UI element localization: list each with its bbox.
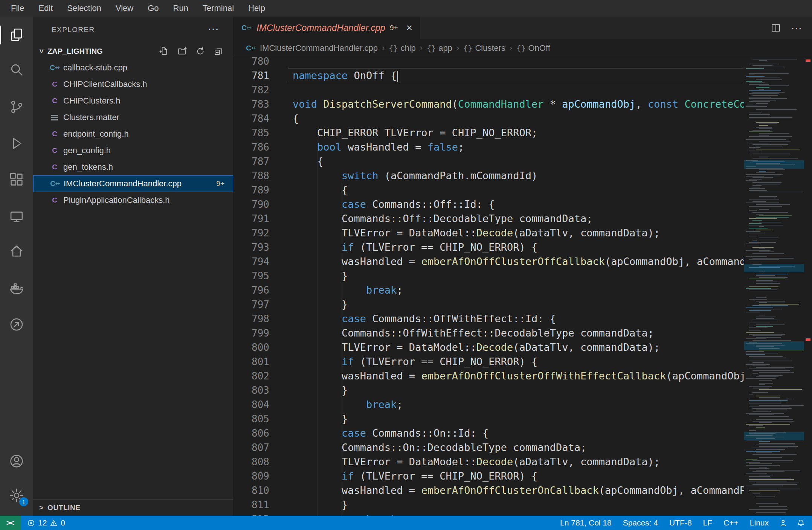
code-line[interactable]: 801 if (TLVError == CHIP_NO_ERROR) { xyxy=(233,355,744,369)
file-item[interactable]: Clusters.matter xyxy=(33,109,233,126)
minimap-line xyxy=(759,271,765,271)
minimap-line xyxy=(759,133,789,134)
file-item[interactable]: Cendpoint_config.h xyxy=(33,126,233,142)
code-line[interactable]: 796 break; xyxy=(233,283,744,297)
menu-item-help[interactable]: Help xyxy=(241,0,272,17)
code-line[interactable]: 791 Commands::Off::DecodableType command… xyxy=(233,212,744,226)
minimap-line xyxy=(749,414,774,415)
minimap-line xyxy=(749,200,779,200)
code-token: TLVError = DataModel:: xyxy=(293,341,476,353)
menu-item-terminal[interactable]: Terminal xyxy=(195,0,241,17)
line-number: 800 xyxy=(233,340,269,355)
activity-item-settings[interactable]: 1 xyxy=(0,482,33,509)
code-line[interactable]: 809 if (TLVError == CHIP_NO_ERROR) { xyxy=(233,469,744,483)
code-line[interactable]: 790 case Commands::Off::Id: { xyxy=(233,197,744,212)
activity-item-extensions[interactable] xyxy=(0,166,33,193)
menu-item-run[interactable]: Run xyxy=(166,0,195,17)
code-line[interactable]: 808 TLVError = DataModel::Decode(aDataTl… xyxy=(233,455,744,469)
code-area[interactable]: 780781namespace OnOff {782783void Dispat… xyxy=(233,57,744,516)
activity-item-explorer[interactable] xyxy=(0,22,33,48)
file-item[interactable]: Cgen_config.h xyxy=(33,142,233,159)
breadcrumb-item[interactable]: {}OnOff xyxy=(516,43,550,53)
file-item[interactable]: C++IMClusterCommandHandler.cpp9+ xyxy=(33,175,233,192)
code-line[interactable]: 783void DispatchServerCommand(CommandHan… xyxy=(233,97,744,111)
code-line[interactable]: 805 } xyxy=(233,412,744,426)
minimap-line xyxy=(749,101,770,102)
bell-icon[interactable] xyxy=(797,519,805,527)
breadcrumb-label: app xyxy=(438,43,452,53)
code-line[interactable]: 780 xyxy=(233,57,744,69)
breadcrumb-item[interactable]: {}Clusters xyxy=(463,43,505,53)
minimap-line xyxy=(756,470,800,471)
code-text: break; xyxy=(293,283,403,297)
minimap-line xyxy=(749,78,780,78)
code-line[interactable]: 798 case Commands::OffWithEffect::Id: { xyxy=(233,312,744,326)
file-item[interactable]: Cgen_tokens.h xyxy=(33,159,233,175)
file-name: IMClusterCommandHandler.cpp xyxy=(64,179,182,189)
warning-icon xyxy=(50,519,58,527)
status-spaces-4[interactable]: Spaces: 4 xyxy=(617,518,664,527)
minimap-line xyxy=(752,59,797,59)
activity-item-remote-tunnel[interactable] xyxy=(0,311,33,338)
code-line[interactable]: 787 { xyxy=(233,154,744,169)
code-line[interactable]: 799 Commands::OffWithEffect::DecodableTy… xyxy=(233,326,744,340)
code-line[interactable]: 802 wasHandled = emberAfOnOffClusterOffW… xyxy=(233,369,744,383)
status-linux[interactable]: Linux xyxy=(744,518,774,527)
activity-item-accounts[interactable] xyxy=(0,448,33,474)
code-line[interactable]: 785 CHIP_ERROR TLVError = CHIP_NO_ERROR; xyxy=(233,126,744,140)
close-icon[interactable]: × xyxy=(406,23,412,33)
code-line[interactable]: 797 } xyxy=(233,297,744,312)
code-line[interactable]: 795 } xyxy=(233,269,744,283)
minimap-line xyxy=(756,438,775,439)
outline-section[interactable]: > OUTLINE xyxy=(33,499,233,516)
menu-item-selection[interactable]: Selection xyxy=(60,0,108,17)
activity-item-source-control[interactable] xyxy=(0,94,33,120)
code-line[interactable]: 803 } xyxy=(233,383,744,398)
status-utf-8[interactable]: UTF-8 xyxy=(664,518,698,527)
file-item[interactable]: CCHIPClientCallbacks.h xyxy=(33,76,233,93)
tab-imclustercommandhandler[interactable]: C++ IMClusterCommandHandler.cpp 9+ × xyxy=(233,17,420,39)
activity-item-home[interactable] xyxy=(0,238,33,264)
minimap-line xyxy=(749,433,775,434)
code-line[interactable]: 804 break; xyxy=(233,398,744,412)
code-line[interactable]: 806 case Commands::On::Id: { xyxy=(233,426,744,440)
breadcrumb-item[interactable]: {}chip xyxy=(389,43,415,53)
activity-item-search[interactable] xyxy=(0,56,33,83)
code-line[interactable]: 792 TLVError = DataModel::Decode(aDataTl… xyxy=(233,226,744,240)
line-number: 799 xyxy=(233,326,269,340)
remote-indicator[interactable]: >< xyxy=(0,516,21,530)
code-line[interactable]: 811 } xyxy=(233,498,744,512)
code-line[interactable]: 807 Commands::On::DecodableType commandD… xyxy=(233,440,744,455)
status-ln-781-col-18[interactable]: Ln 781, Col 18 xyxy=(554,518,617,527)
person-icon[interactable] xyxy=(779,519,788,527)
menu-item-view[interactable]: View xyxy=(108,0,140,17)
breadcrumb-item[interactable]: {}app xyxy=(427,43,452,53)
activity-item-docker[interactable] xyxy=(0,275,33,302)
code-line[interactable]: 786 bool wasHandled = false; xyxy=(233,140,744,154)
problems-status[interactable]: 12 0 xyxy=(21,518,71,527)
code-line[interactable]: 793 if (TLVError == CHIP_NO_ERROR) { xyxy=(233,240,744,254)
menu-item-edit[interactable]: Edit xyxy=(31,0,60,17)
code-line[interactable]: 812 break; xyxy=(233,512,744,516)
code-line[interactable]: 800 TLVError = DataModel::Decode(aDataTl… xyxy=(233,340,744,355)
file-item[interactable]: C++callback-stub.cpp xyxy=(33,59,233,76)
status-c[interactable]: C++ xyxy=(718,518,744,527)
file-item[interactable]: CPluginApplicationCallbacks.h xyxy=(33,192,233,209)
code-line[interactable]: 794 wasHandled = emberAfOnOffClusterOffC… xyxy=(233,254,744,269)
code-line[interactable]: 789 { xyxy=(233,183,744,197)
code-line[interactable]: 781namespace OnOff { xyxy=(233,69,744,83)
code-line[interactable]: 782 xyxy=(233,83,744,97)
code-line[interactable]: 784{ xyxy=(233,111,744,126)
breadcrumb-item[interactable]: C++IMClusterCommandHandler.cpp xyxy=(245,43,378,53)
file-item[interactable]: CCHIPClusters.h xyxy=(33,93,233,109)
activity-item-run-debug[interactable] xyxy=(0,130,33,157)
more-actions-icon[interactable]: ⋯ xyxy=(791,21,802,35)
split-editor-icon[interactable] xyxy=(771,23,781,33)
minimap[interactable] xyxy=(744,57,804,516)
menu-item-go[interactable]: Go xyxy=(140,0,166,17)
activity-item-remote-explorer[interactable] xyxy=(0,204,33,230)
code-line[interactable]: 810 wasHandled = emberAfOnOffClusterOnCa… xyxy=(233,483,744,498)
menu-item-file[interactable]: File xyxy=(4,0,31,17)
code-line[interactable]: 788 switch (aCommandPath.mCommandId) xyxy=(233,169,744,183)
status-lf[interactable]: LF xyxy=(698,518,718,527)
